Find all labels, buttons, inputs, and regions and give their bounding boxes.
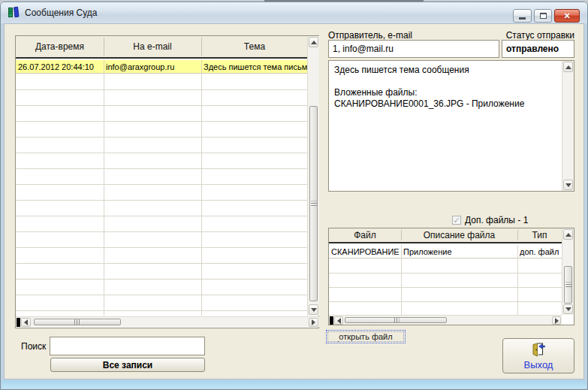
scroll-up-button[interactable]	[563, 229, 573, 240]
close-button[interactable]: ✕	[554, 9, 580, 23]
header-separator	[201, 38, 202, 56]
empty-rows	[16, 74, 308, 316]
open-file-label: открыть файл	[338, 332, 393, 342]
header-separator	[104, 38, 104, 56]
maximize-icon	[540, 13, 547, 19]
header-separator	[517, 230, 518, 240]
thumb-grip	[311, 201, 317, 207]
cell-file: СКАНИРОВАНИЕ0001_36.JPG	[331, 245, 400, 258]
column-header-subject[interactable]: Тема	[201, 36, 308, 57]
exit-button-label: Выход	[524, 359, 553, 370]
scroll-right-button[interactable]	[309, 318, 318, 327]
thumb-grip	[74, 319, 81, 325]
thumb-grip	[393, 317, 400, 323]
arrow-down-icon	[565, 183, 571, 187]
maximize-button[interactable]	[534, 9, 552, 23]
header-separator	[401, 230, 402, 240]
scroll-left-button[interactable]	[334, 316, 343, 325]
sender-label: Отправитель, e-mail	[328, 30, 412, 41]
message-vscrollbar[interactable]	[562, 61, 574, 191]
minimize-icon	[519, 17, 526, 20]
cell-type: доп. файл	[520, 245, 561, 258]
cell-datetime: 26.07.2012 20:44:10	[18, 60, 102, 74]
search-input[interactable]	[50, 337, 205, 355]
status-field: отправлено	[502, 40, 574, 58]
messages-grid-header: Дата-время На e-mail Тема	[16, 36, 318, 59]
scroll-thumb[interactable]	[34, 319, 121, 325]
messages-grid: Дата-время На e-mail Тема 26.07.2012 20:…	[15, 35, 319, 328]
minimize-button[interactable]	[513, 9, 532, 23]
scroll-thumb[interactable]	[309, 106, 318, 301]
messages-hscrollbar[interactable]	[16, 316, 319, 327]
files-hscrollbar[interactable]	[329, 315, 562, 325]
empty-rows	[329, 259, 562, 315]
cell-subject: Здесь пишется тема письма	[204, 60, 308, 74]
files-vscrollbar[interactable]	[562, 228, 574, 315]
arrow-down-icon	[311, 308, 317, 312]
column-header-email[interactable]: На e-mail	[104, 36, 201, 57]
window-title: Сообщения Суда	[25, 8, 97, 18]
scroll-right-button[interactable]	[552, 316, 561, 325]
table-row-selected[interactable]: 26.07.2012 20:44:10 info@araxgroup.ru Зд…	[16, 60, 308, 74]
splitter-handle[interactable]	[330, 316, 333, 325]
scroll-up-button[interactable]	[563, 62, 573, 72]
files-grid: Файл Описание файла Тип СКАНИРОВАНИЕ0001…	[328, 228, 574, 325]
scroll-up-button[interactable]	[309, 37, 318, 47]
open-door-arrow-icon	[530, 342, 547, 358]
files-grid-header: Файл Описание файла Тип	[329, 228, 574, 243]
cell-email: info@araxgroup.ru	[106, 60, 200, 74]
status-label: Статус отправки	[436, 30, 574, 41]
column-header-file[interactable]: Файл	[329, 228, 401, 242]
window-bottom-border	[2, 380, 586, 388]
messages-vscrollbar[interactable]	[307, 36, 319, 316]
message-body-text: Здесь пишется тема сообщения Вложенные ф…	[334, 65, 556, 110]
message-body-box[interactable]: Здесь пишется тема сообщения Вложенные ф…	[328, 60, 574, 192]
grid-line	[201, 60, 202, 316]
open-file-button[interactable]: открыть файл	[326, 330, 406, 343]
extra-files-checkbox[interactable]: ✓	[452, 216, 461, 225]
search-label: Поиск	[21, 341, 46, 352]
extra-files-checkbox-label: Доп. файлы - 1	[465, 215, 528, 225]
splitter-handle[interactable]	[17, 318, 20, 327]
all-records-button[interactable]: Все записи	[50, 358, 205, 372]
arrow-left-icon	[337, 318, 341, 324]
column-header-description[interactable]: Описание файла	[401, 228, 517, 242]
column-header-datetime[interactable]: Дата-время	[16, 36, 104, 57]
close-icon: ✕	[563, 11, 570, 21]
arrow-left-icon	[24, 319, 28, 325]
grid-line	[104, 60, 104, 316]
arrow-up-icon	[565, 233, 571, 237]
books-icon	[8, 5, 21, 19]
sender-field[interactable]: 1, info@mail.ru	[328, 40, 499, 58]
grid-line	[401, 245, 402, 315]
cell-description: Приложение	[403, 245, 516, 258]
scroll-left-button[interactable]	[21, 318, 31, 327]
scroll-down-button[interactable]	[563, 180, 573, 190]
grid-line	[517, 245, 518, 315]
arrow-right-icon	[312, 319, 315, 325]
arrow-right-icon	[555, 318, 559, 324]
thumb-grip	[565, 283, 571, 288]
scroll-down-button[interactable]	[309, 304, 318, 315]
scroll-thumb[interactable]	[564, 266, 572, 304]
arrow-up-icon	[565, 65, 571, 69]
table-row[interactable]: СКАНИРОВАНИЕ0001_36.JPG Приложение доп. …	[329, 245, 562, 258]
arrow-up-icon	[311, 41, 317, 44]
exit-button[interactable]: Выход	[502, 338, 574, 373]
scroll-down-button[interactable]	[563, 304, 573, 314]
column-header-type[interactable]: Тип	[517, 228, 562, 242]
check-icon: ✓	[453, 216, 460, 225]
scroll-thumb[interactable]	[345, 317, 447, 323]
arrow-down-icon	[565, 307, 571, 311]
